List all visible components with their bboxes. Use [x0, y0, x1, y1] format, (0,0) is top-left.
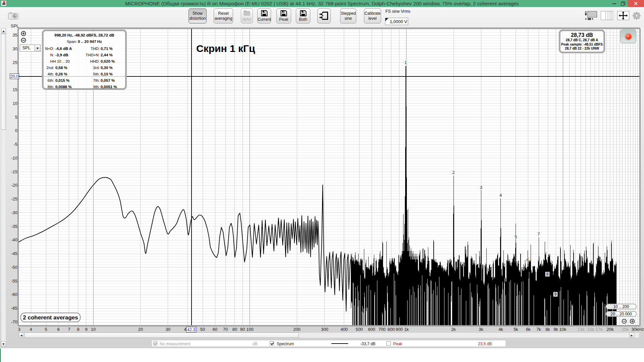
svg-text:4: 4 — [499, 193, 502, 198]
svg-text:5: 5 — [515, 235, 517, 239]
svg-text:6: 6 — [527, 258, 529, 262]
svg-text:3: 3 — [480, 185, 482, 190]
svg-text:7: 7 — [538, 232, 540, 237]
svg-text:8: 8 — [546, 272, 549, 277]
svg-text:2: 2 — [452, 170, 455, 175]
svg-text:9: 9 — [554, 292, 557, 297]
svg-text:1: 1 — [405, 60, 407, 65]
